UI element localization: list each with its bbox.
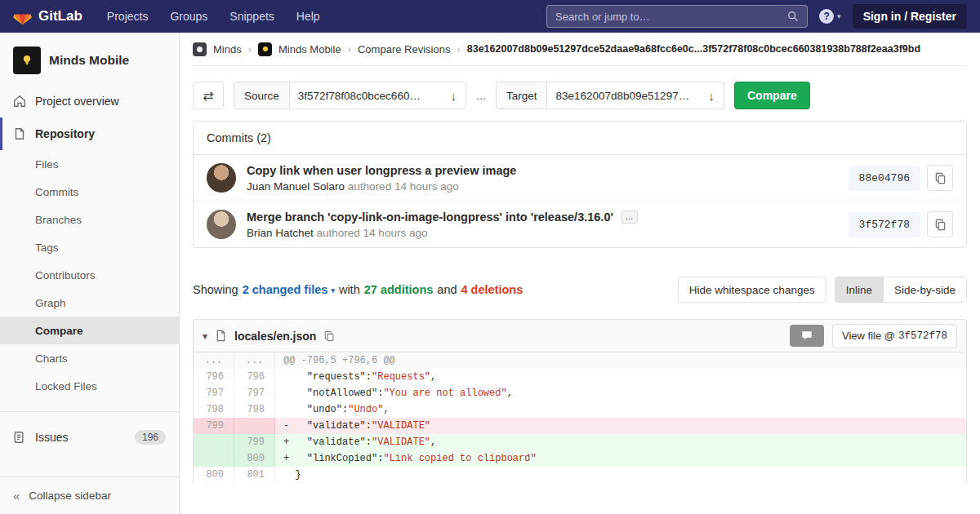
sidebar-item-compare[interactable]: Compare [0,317,179,344]
new-line-number[interactable]: 796 [234,369,275,385]
commit-author[interactable]: Juan Manuel Solaro [247,180,345,193]
swap-revisions-button[interactable]: ⇄ [193,82,224,109]
avatar-glyph [263,47,268,51]
old-line-number[interactable] [194,434,234,450]
new-line-number[interactable]: 800 [234,450,275,467]
toggle-comments-button[interactable] [790,325,824,347]
collapse-icon: « [13,489,20,503]
commit-sha[interactable]: 88e04796 [849,166,920,191]
gitlab-app: GitLab Projects Groups Snippets Help Sea… [0,0,980,514]
with-label: with [339,283,360,296]
sidebar-item-repository[interactable]: Repository [0,117,179,150]
file-icon [215,330,227,342]
avatar[interactable] [207,163,236,193]
sidebar-item-branches[interactable]: Branches [0,206,179,233]
old-line-number[interactable]: 798 [194,401,234,418]
copy-icon [934,219,947,231]
search-icon [787,11,799,22]
minds-group-avatar[interactable] [193,42,207,56]
view-mode-toggle: Inline Side-by-side [835,277,967,303]
diff-stats: Showing 2 changed files ▾ with 27 additi… [193,283,523,296]
sidebar-item-locked-files[interactable]: Locked Files [0,372,179,400]
search-input[interactable]: Search or jump to… [546,5,808,28]
commit-sha-group: 88e04796 [849,165,953,191]
old-line-number[interactable]: 797 [194,385,234,401]
diff-file-header: ▾ locales/en.json [194,320,966,352]
copy-file-path-icon[interactable] [323,330,335,342]
diff-view-controls: Hide whitespace changes Inline Side-by-s… [678,277,967,303]
old-line-number[interactable] [194,450,234,467]
minds-mobile-avatar[interactable] [258,42,272,56]
old-line-number[interactable]: 800 [194,467,234,483]
copy-sha-button[interactable] [927,211,953,237]
sidebar-item-files[interactable]: Files [0,150,179,178]
changed-files-dropdown[interactable]: 2 changed files ▾ [243,283,335,296]
issues-icon [13,431,26,444]
project-avatar[interactable] [13,47,41,74]
nav-snippets[interactable]: Snippets [229,10,274,23]
commit-title-text[interactable]: Merge branch 'copy-link-on-image-longpre… [247,210,613,224]
commit-title-text[interactable]: Copy link when user longpress a preview … [247,164,516,177]
hide-whitespace-button[interactable]: Hide whitespace changes [678,277,826,303]
commit-title: Merge branch 'copy-link-on-image-longpre… [247,210,849,224]
breadcrumb-minds-mobile[interactable]: Minds Mobile [278,43,341,55]
new-line-number[interactable]: 798 [234,401,275,418]
target-dropdown[interactable]: Target 83e162007d8b09e51297… ↓ [496,82,724,109]
changed-files-count: 2 changed files [243,283,328,296]
project-name[interactable]: Minds Mobile [49,53,129,68]
commits-header: Commits (2) [194,122,966,155]
new-line-number[interactable]: 797 [234,385,275,401]
new-line-number[interactable]: 799 [234,434,275,450]
diff-row: 800+ "linkCopied":"Link copied to clipbo… [194,450,966,467]
commit-row: Copy link when user longpress a preview … [194,155,966,201]
source-label: Source [234,82,290,109]
copy-sha-button[interactable] [927,165,953,191]
breadcrumb-minds[interactable]: Minds [213,43,242,55]
gitlab-home-link[interactable]: GitLab [13,7,82,25]
comment-icon [801,330,813,341]
nav-projects[interactable]: Projects [107,10,149,23]
dropdown-arrow-icon: ↓ [699,82,724,109]
side-by-side-view-button[interactable]: Side-by-side [883,277,966,302]
sidebar-item-project-overview[interactable]: Project overview [0,85,179,117]
avatar-glyph [197,47,203,52]
sidebar-item-charts[interactable]: Charts [0,344,179,372]
sidebar-item-tags[interactable]: Tags [0,233,179,261]
commit-sha[interactable]: 3f572f78 [849,212,920,237]
commit-author[interactable]: Brian Hatchet [247,227,314,239]
new-line-number[interactable]: 801 [234,467,275,483]
sidebar-item-graph[interactable]: Graph [0,289,179,317]
breadcrumb-compare-revisions[interactable]: Compare Revisions [358,43,450,55]
help-menu[interactable]: ? ▾ [819,9,841,24]
view-file-button[interactable]: View file @ 3f572f78 [832,324,957,348]
home-icon [13,95,26,108]
diff-row: 799- "validate":"VALIDATE" [194,418,966,434]
commit-sha-group: 3f572f78 [849,211,953,237]
sign-in-button[interactable]: Sign in / Register [853,4,967,29]
breadcrumb-separator: › [457,43,460,55]
collapse-file-icon[interactable]: ▾ [203,330,207,342]
source-dropdown[interactable]: Source 3f572f78f08c0bcec660… ↓ [234,82,466,109]
commit-main: Merge branch 'copy-link-on-image-longpre… [247,210,849,239]
sidebar-item-commits[interactable]: Commits [0,178,179,206]
diff-header-actions: View file @ 3f572f78 [790,324,957,348]
nav-groups[interactable]: Groups [170,10,207,23]
sidebar-item-contributors[interactable]: Contributors [0,261,179,289]
search-placeholder: Search or jump to… [555,11,650,23]
view-file-label: View file @ [842,330,895,342]
diff-code-line: @@ -796,5 +796,6 @@ [275,352,966,369]
old-line-number[interactable]: 796 [194,369,234,385]
avatar[interactable] [207,210,236,239]
nav-help[interactable]: Help [296,10,320,23]
sidebar-item-issues[interactable]: Issues 196 [0,420,179,454]
expand-commit-description-button[interactable]: ... [621,210,638,224]
inline-view-button[interactable]: Inline [835,277,883,302]
commit-main: Copy link when user longpress a preview … [247,164,849,193]
new-line-number[interactable] [234,418,275,434]
compare-button[interactable]: Compare [734,82,810,109]
collapse-sidebar-button[interactable]: « Collapse sidebar [0,476,179,514]
diff-code-line: - "validate":"VALIDATE" [275,418,966,434]
gitlab-tanuki-icon [13,7,32,25]
top-navbar: GitLab Projects Groups Snippets Help Sea… [0,0,980,33]
old-line-number[interactable]: 799 [194,418,234,434]
